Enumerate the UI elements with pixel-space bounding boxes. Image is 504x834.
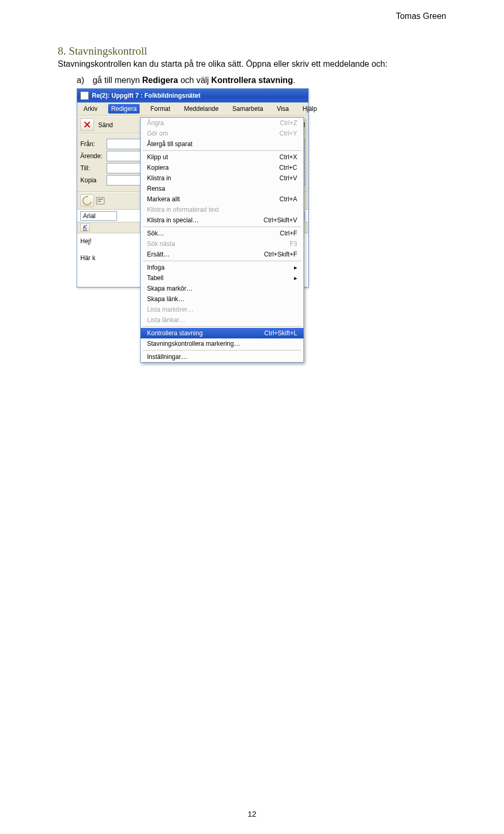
menu-item-label: Gör om <box>147 130 275 137</box>
close-button[interactable] <box>80 118 94 131</box>
menu-item-shortcut: Ctrl+X <box>275 153 297 161</box>
menu-item[interactable]: Infoga▸ <box>141 262 303 273</box>
submenu-arrow-icon: ▸ <box>290 274 297 282</box>
italic-button[interactable]: K <box>80 223 90 232</box>
menu-separator <box>143 150 301 151</box>
menu-item: Sök nästaF3 <box>141 239 303 249</box>
menu-item-label: Klistra in special… <box>147 217 259 224</box>
page-number: 12 <box>0 809 504 818</box>
body-line-2-left: Här k <box>80 254 96 262</box>
menu-hjälp[interactable]: Hjälp <box>299 104 320 114</box>
menu-item[interactable]: Inställningar… <box>141 352 303 362</box>
titlebar: Re(2): Uppgift 7 : Folkbildningsnätet <box>77 89 308 102</box>
menu-separator <box>143 350 301 351</box>
menu-item[interactable]: Kontrollera stavningCtrl+Skift+L <box>141 328 303 338</box>
menu-samarbeta[interactable]: Samarbeta <box>229 104 266 114</box>
menu-item-shortcut: F3 <box>286 240 297 248</box>
menu-item[interactable]: Återgå till sparat <box>141 139 303 149</box>
menu-item[interactable]: Skapa länk… <box>141 294 303 304</box>
author-name: Tomas Green <box>396 12 446 21</box>
menu-item-label: Kontrollera stavning <box>147 330 260 337</box>
document-icon <box>80 91 89 100</box>
menu-item-label: Lista länkar… <box>147 316 297 324</box>
menu-item[interactable]: Klistra inCtrl+V <box>141 173 303 183</box>
menu-item-label: Klistra in <box>147 174 275 182</box>
list-item-a: a) gå till menyn Redigera och välj Kontr… <box>77 76 446 85</box>
menu-item-shortcut: Ctrl+Y <box>275 130 297 137</box>
menu-item-label: Stavningskontrollera markering… <box>147 340 297 347</box>
menu-item-label: Ångra <box>147 119 276 127</box>
menu-item: Lista markörer… <box>141 304 303 315</box>
menubar: ArkivRedigeraFormatMeddelandeSamarbetaVi… <box>77 102 308 116</box>
font-name-select[interactable]: Arial <box>80 211 117 221</box>
from-label: Från: <box>80 140 107 148</box>
menu-item-label: Skapa markör… <box>147 285 297 292</box>
menu-item-label: Sök nästa <box>147 240 286 248</box>
menu-item: Klistra in oformaterad text <box>141 204 303 215</box>
menu-item-label: Klistra in oformaterad text <box>147 206 297 213</box>
toolbar-left-label: Sänd <box>97 120 113 129</box>
menu-item-label: Återgå till sparat <box>147 140 297 148</box>
menu-item-label: Sök… <box>147 230 276 237</box>
menu-item-shortcut: Ctrl+Z <box>276 119 297 127</box>
menu-item[interactable]: Skapa markör… <box>141 283 303 294</box>
menu-item[interactable]: Klistra in special…Ctrl+Skift+V <box>141 215 303 225</box>
list-marker: a) <box>77 76 90 85</box>
menu-item-label: Markera allt <box>147 195 275 203</box>
intro-paragraph: Stavningskontrollen kan du starta på tre… <box>58 59 446 69</box>
undo-icon <box>81 194 94 208</box>
menu-item-shortcut: Ctrl+C <box>275 164 297 171</box>
menu-arkiv[interactable]: Arkiv <box>80 104 101 114</box>
menu-item-shortcut: Ctrl+F <box>276 230 297 237</box>
menu-item-shortcut: Ctrl+V <box>275 174 297 182</box>
menu-item-shortcut: Ctrl+A <box>275 195 297 203</box>
menu-item[interactable]: Ersätt…Ctrl+Skift+F <box>141 249 303 260</box>
menu-separator <box>143 261 301 261</box>
menu-item: Lista länkar… <box>141 315 303 325</box>
menu-item: ÅngraCtrl+Z <box>141 118 303 128</box>
menu-item: Gör omCtrl+Y <box>141 128 303 139</box>
menu-item-label: Skapa länk… <box>147 295 297 303</box>
align-icon[interactable] <box>96 197 104 204</box>
window-title: Re(2): Uppgift 7 : Folkbildningsnätet <box>92 92 201 99</box>
menu-item-label: Ersätt… <box>147 251 260 258</box>
menu-item[interactable]: Rensa <box>141 183 303 194</box>
menu-item-shortcut: Ctrl+Skift+F <box>260 251 297 258</box>
menu-item[interactable]: Markera alltCtrl+A <box>141 194 303 204</box>
menu-item[interactable]: Klipp utCtrl+X <box>141 152 303 162</box>
cc-label: Kopia <box>80 177 107 184</box>
menu-format[interactable]: Format <box>147 104 173 114</box>
menu-item-label: Lista markörer… <box>147 306 297 313</box>
menu-separator <box>143 326 301 327</box>
menu-item-label: Rensa <box>147 185 297 192</box>
menu-item[interactable]: Stavningskontrollera markering… <box>141 338 303 349</box>
menu-item[interactable]: KopieraCtrl+C <box>141 162 303 173</box>
undo-button[interactable] <box>80 194 94 207</box>
email-editor-window: Re(2): Uppgift 7 : Folkbildningsnätet Ar… <box>77 88 309 287</box>
section-heading: 8. Stavningskontroll <box>58 45 446 58</box>
menu-item-shortcut: Ctrl+Skift+L <box>260 330 297 337</box>
menu-meddelande[interactable]: Meddelande <box>181 104 222 114</box>
submenu-arrow-icon: ▸ <box>290 264 297 271</box>
menu-visa[interactable]: Visa <box>274 104 292 114</box>
menu-item-label: Inställningar… <box>147 353 297 361</box>
menu-redigera[interactable]: Redigera <box>108 104 140 114</box>
menu-item-label: Tabell <box>147 274 290 282</box>
menu-item-label: Kopiera <box>147 164 275 171</box>
menu-item[interactable]: Sök…Ctrl+F <box>141 228 303 239</box>
menu-item[interactable]: Tabell▸ <box>141 273 303 283</box>
menu-separator <box>143 226 301 227</box>
redigera-menu: ÅngraCtrl+ZGör omCtrl+YÅtergå till spara… <box>140 117 304 363</box>
menu-item-label: Infoga <box>147 264 290 271</box>
to-label: Till: <box>80 164 107 172</box>
x-icon <box>84 121 90 128</box>
menu-item-shortcut: Ctrl+Skift+V <box>259 217 297 224</box>
menu-item-label: Klipp ut <box>147 153 275 161</box>
subject-label: Ärende: <box>80 152 107 160</box>
